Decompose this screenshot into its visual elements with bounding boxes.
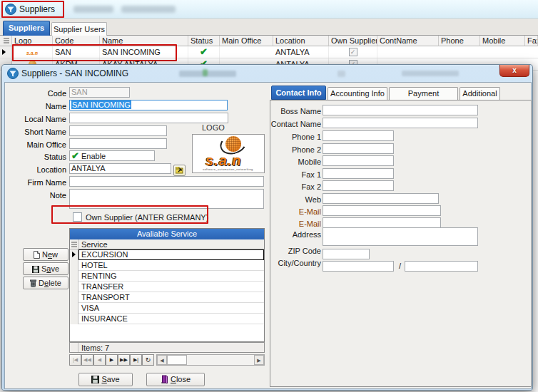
scroll-right-icon[interactable]: ▶ xyxy=(254,355,264,365)
new-button[interactable]: New xyxy=(23,248,68,261)
col-mobile[interactable]: Mobile xyxy=(480,36,525,46)
col-own-supplier[interactable]: Own Supplier xyxy=(329,36,377,46)
scrollbar-thumb[interactable] xyxy=(167,355,187,365)
web-label: Web xyxy=(240,195,321,205)
contact-name-field[interactable] xyxy=(323,118,478,128)
code-label: Code xyxy=(5,88,66,98)
country-field[interactable] xyxy=(405,261,478,272)
boss-name-field[interactable] xyxy=(323,105,478,115)
exit-door-icon xyxy=(161,375,168,383)
note-field[interactable] xyxy=(69,189,264,209)
zip-code-label: ZIP Code xyxy=(240,246,321,256)
address-field[interactable] xyxy=(323,227,478,246)
zip-code-field[interactable] xyxy=(323,249,370,259)
scroll-left-icon[interactable]: ◀ xyxy=(157,355,167,365)
phone2-field[interactable] xyxy=(323,143,394,154)
main-office-field[interactable] xyxy=(69,138,167,149)
logo-brand-text: s.a.n xyxy=(205,153,242,167)
grid-corner-icon xyxy=(0,36,12,46)
service-column-header[interactable]: Service xyxy=(70,239,264,249)
tab-additional[interactable]: Additional xyxy=(460,87,500,100)
redacted-blur xyxy=(337,71,345,77)
available-service-grid: Avaliable Service Service EXCURSION HOTE… xyxy=(69,228,265,342)
tab-accounting-info[interactable]: Accounting Info xyxy=(328,87,387,100)
mobile-label: Mobile xyxy=(240,157,321,167)
pager-prior-button[interactable]: ◀ xyxy=(93,354,106,366)
logo-globe-icon xyxy=(225,136,241,152)
phone1-label: Phone 1 xyxy=(240,132,321,142)
firm-name-field[interactable] xyxy=(69,176,264,187)
tab-payment-description[interactable]: Payment Description xyxy=(389,87,458,100)
phone1-field[interactable] xyxy=(323,130,394,141)
col-main-office[interactable]: Main Office xyxy=(220,36,273,46)
tab-supplier-users[interactable]: Supplier Users xyxy=(51,22,107,36)
status-check-icon: ✔ xyxy=(188,46,220,58)
col-logo[interactable]: Logo xyxy=(12,36,53,46)
short-name-field[interactable] xyxy=(69,125,167,136)
service-row[interactable]: TRANSPORT xyxy=(70,292,264,303)
pager-last-button[interactable]: ▶| xyxy=(130,354,142,366)
logo-label: LOGO xyxy=(202,123,225,132)
col-fax[interactable]: Fax xyxy=(525,36,538,46)
phone2-label: Phone 2 xyxy=(240,145,321,155)
status-field[interactable]: ✔ Enable xyxy=(69,150,155,161)
name-label: Name xyxy=(5,101,66,111)
city-country-separator: / xyxy=(399,262,401,270)
fax2-field[interactable] xyxy=(323,180,394,191)
pager-next-page-button[interactable]: ▶▶ xyxy=(118,354,130,366)
service-row[interactable]: RENTING xyxy=(70,271,264,282)
location-field[interactable]: ANTALYA xyxy=(69,163,171,174)
fax2-label: Fax 2 xyxy=(240,182,321,192)
new-document-icon xyxy=(34,251,40,259)
horizontal-scrollbar[interactable]: ◀ ▶ xyxy=(156,354,265,366)
col-contname[interactable]: ContName xyxy=(377,36,439,46)
tab-contact-info[interactable]: Contact Info xyxy=(271,86,326,100)
col-phone[interactable]: Phone xyxy=(439,36,480,46)
col-code[interactable]: Code xyxy=(53,36,100,46)
email2-field[interactable] xyxy=(323,217,441,228)
local-name-field[interactable] xyxy=(69,113,228,123)
name-field[interactable]: SAN INCOMING xyxy=(69,100,228,110)
web-field[interactable] xyxy=(323,193,439,204)
email1-field[interactable] xyxy=(323,205,441,216)
email1-label: E-Mail xyxy=(240,207,321,217)
col-status[interactable]: Status xyxy=(188,36,220,46)
dialog-title: Suppliers - SAN INCOMING xyxy=(21,68,128,78)
close-icon[interactable]: x xyxy=(499,65,529,77)
city-field[interactable] xyxy=(323,261,394,272)
note-label: Note xyxy=(5,190,66,200)
tab-suppliers[interactable]: Suppliers xyxy=(3,21,50,36)
main-tab-row: Suppliers Supplier Users xyxy=(0,19,538,36)
fax1-field[interactable] xyxy=(323,168,394,179)
pager-prior-page-button[interactable]: ◀◀ xyxy=(81,354,93,366)
own-supplier-checkbox[interactable] xyxy=(73,212,82,222)
main-office-label: Main Office xyxy=(5,140,66,150)
service-row[interactable]: VISA xyxy=(70,303,264,314)
delete-button[interactable]: Delete xyxy=(23,277,68,289)
pager-next-button[interactable]: ▶ xyxy=(106,354,118,366)
col-location[interactable]: Location xyxy=(273,36,329,46)
short-name-label: Short Name xyxy=(5,127,66,137)
service-row[interactable]: INSURANCE xyxy=(70,314,264,324)
save-button[interactable]: Save xyxy=(23,262,68,275)
redacted-blur xyxy=(73,6,113,13)
fax1-label: Fax 1 xyxy=(240,170,321,180)
floppy-disk-icon xyxy=(91,376,99,383)
address-label: Address xyxy=(240,229,321,239)
items-count: Items: 7 xyxy=(81,344,109,353)
close-button[interactable]: Close xyxy=(146,373,205,386)
col-name[interactable]: Name xyxy=(100,36,188,46)
boss-name-label: Boss Name xyxy=(240,106,321,116)
service-row[interactable]: TRANSFER xyxy=(70,282,264,292)
status-label: Status xyxy=(5,152,66,162)
location-lookup-button[interactable] xyxy=(173,165,186,176)
service-row[interactable]: HOTEL xyxy=(70,260,264,271)
pager-first-button[interactable]: |◀ xyxy=(69,354,81,366)
service-row[interactable]: EXCURSION xyxy=(70,249,264,260)
mobile-field[interactable] xyxy=(323,155,394,166)
save-button[interactable]: Save xyxy=(78,373,133,386)
refresh-icon[interactable]: ↻ xyxy=(142,354,154,366)
cell-logo: s.a.n xyxy=(12,46,53,58)
table-row[interactable]: s.a.n SAN SAN INCOMING ✔ ANTALYA ✓ xyxy=(0,46,538,58)
service-grid-title: Avaliable Service xyxy=(70,229,264,239)
